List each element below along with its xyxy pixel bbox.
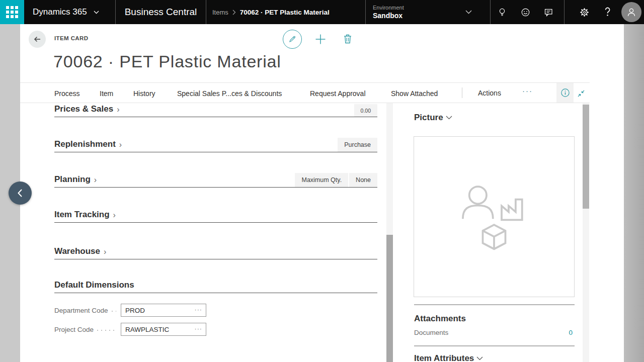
menu-item-item[interactable]: Item <box>100 89 113 98</box>
collapse-pane-button[interactable] <box>9 182 32 205</box>
divider <box>414 304 575 305</box>
factbox-attachments-header: Attachments <box>414 314 466 324</box>
chevron-right-icon: › <box>119 140 122 152</box>
chevron-down-icon <box>446 116 452 120</box>
section-prices-sales[interactable]: Prices & Sales › 0.00 <box>54 101 377 117</box>
menu-item-special-sales[interactable]: Special Sales P...ces & Discounts <box>177 89 282 98</box>
chevron-right-icon: › <box>94 175 97 187</box>
plus-icon <box>315 34 326 45</box>
chevron-right-icon: › <box>104 247 106 259</box>
chevron-down-icon <box>476 356 483 360</box>
feedback-button[interactable] <box>514 0 537 24</box>
unit-price-badge: 0.00 <box>354 104 377 117</box>
product-name: Dynamics 365 <box>33 7 87 17</box>
section-planning[interactable]: Planning › Maximum Qty. None <box>54 171 377 188</box>
ideas-button[interactable] <box>491 0 514 24</box>
field-project-code: Project Code RAWPLASTIC ··· <box>54 323 206 336</box>
assist-edit-button[interactable]: ··· <box>195 325 203 332</box>
menu-item-process[interactable]: Process <box>54 89 80 98</box>
field-department-code: Department Code PROD ··· <box>54 304 206 317</box>
new-button[interactable] <box>315 34 326 45</box>
dotted-leader <box>97 330 116 331</box>
reordering-policy-badge: Maximum Qty. <box>295 173 348 187</box>
project-code-input[interactable]: RAWPLASTIC ··· <box>121 323 206 336</box>
waffle-icon <box>6 6 18 18</box>
page-margin <box>624 24 644 362</box>
environment-label: Environment <box>373 5 490 11</box>
breadcrumb-parent[interactable]: Items <box>212 9 228 16</box>
menu-overflow-button[interactable]: ··· <box>522 86 533 95</box>
collapse-factbox-button[interactable] <box>576 88 587 99</box>
divider <box>462 87 462 98</box>
item-picture-placeholder[interactable] <box>414 136 575 297</box>
settings-button[interactable] <box>573 0 596 24</box>
factbox-item-attributes-header[interactable]: Item Attributes <box>414 353 483 362</box>
scrollbar-thumb[interactable] <box>583 105 589 209</box>
action-menubar: Process Item History Special Sales P...c… <box>20 82 590 103</box>
environment-picker[interactable]: Environment Sandbox <box>366 0 490 24</box>
breadcrumb-current: 70062 · PET Plastic Material <box>240 9 330 16</box>
factbox-picture-header[interactable]: Picture <box>414 113 452 123</box>
assist-edit-button[interactable]: ··· <box>195 306 203 313</box>
picture-placeholder-icon <box>456 179 532 254</box>
arrow-left-icon <box>33 35 42 44</box>
documents-label: Documents <box>414 329 448 336</box>
chat-button[interactable] <box>537 0 560 24</box>
environment-name: Sandbox <box>373 12 490 20</box>
pencil-icon <box>288 35 297 44</box>
department-code-input[interactable]: PROD ··· <box>121 304 206 317</box>
menu-item-show-attached[interactable]: Show Attached <box>391 89 438 98</box>
app-launcher-button[interactable] <box>0 0 24 24</box>
chevron-down-icon <box>94 11 99 14</box>
scrollbar-thumb[interactable] <box>386 235 393 362</box>
edit-button[interactable] <box>283 30 302 49</box>
chevron-right-icon: › <box>113 211 116 222</box>
planning-value-badge: None <box>349 173 377 187</box>
field-label: Project Code <box>54 326 94 333</box>
product-switcher[interactable]: Dynamics 365 <box>24 0 115 24</box>
avatar <box>621 2 641 22</box>
info-pane-button[interactable] <box>556 83 574 103</box>
section-replenishment[interactable]: Replenishment › Purchase <box>54 136 377 152</box>
factbox-scrollbar[interactable] <box>583 103 589 362</box>
field-label: Department Code <box>54 307 108 314</box>
account-button[interactable] <box>619 0 644 24</box>
page-title: 70062 · PET Plastic Material <box>53 52 281 71</box>
question-mark-icon <box>604 7 611 18</box>
trash-icon <box>343 34 353 44</box>
card-type-label: ITEM CARD <box>54 35 89 41</box>
back-button[interactable] <box>29 31 46 48</box>
chevron-right-icon: › <box>117 105 119 117</box>
collapse-icon <box>577 89 586 98</box>
dotted-leader <box>112 311 116 312</box>
gear-icon <box>580 8 589 17</box>
divider <box>414 345 575 346</box>
item-card-page: ITEM CARD 70062 · PET Plastic Material P… <box>20 24 624 362</box>
breadcrumb: Items 70062 · PET Plastic Material <box>206 0 365 24</box>
lightbulb-icon <box>498 8 507 17</box>
person-icon <box>626 7 637 18</box>
documents-row: Documents 0 <box>414 329 573 336</box>
replenishment-system-badge: Purchase <box>338 138 377 152</box>
smiley-icon <box>521 8 530 17</box>
section-warehouse[interactable]: Warehouse › <box>54 243 377 259</box>
section-item-tracking[interactable]: Item Tracking › <box>54 206 377 223</box>
section-default-dimensions: Default Dimensions <box>54 277 377 293</box>
app-name[interactable]: Business Central <box>116 0 206 24</box>
left-pane-scrollbar[interactable] <box>386 103 393 362</box>
delete-button[interactable] <box>343 34 354 45</box>
top-navigation-bar: Dynamics 365 Business Central Items 7006… <box>0 0 644 24</box>
menu-item-actions[interactable]: Actions <box>478 89 501 97</box>
chevron-left-icon <box>16 188 24 198</box>
chat-icon <box>544 8 553 17</box>
documents-count-link[interactable]: 0 <box>569 329 573 336</box>
info-icon <box>560 88 570 98</box>
chevron-down-icon <box>465 10 472 14</box>
help-button[interactable] <box>596 0 619 24</box>
menu-item-request-approval[interactable]: Request Approval <box>310 89 366 98</box>
divider <box>564 0 565 24</box>
menu-item-history[interactable]: History <box>133 89 155 98</box>
chevron-right-icon <box>232 10 236 15</box>
